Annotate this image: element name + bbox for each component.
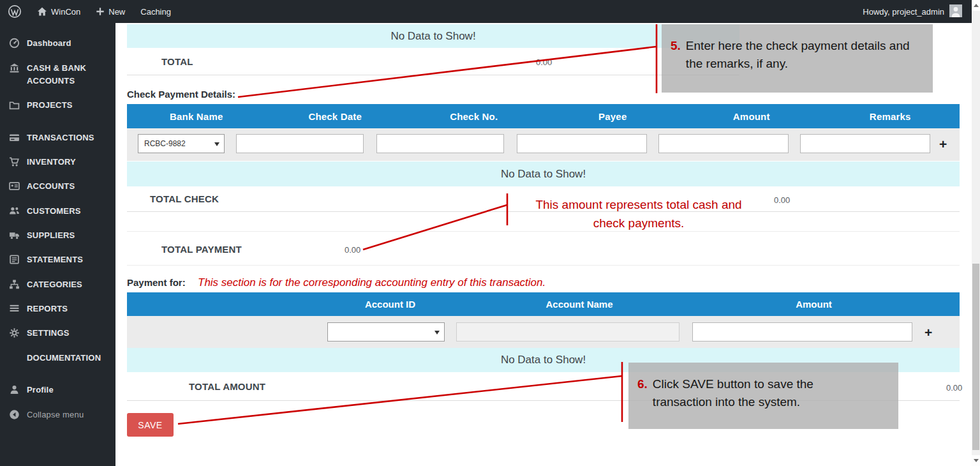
sidebar-item-accounts[interactable]: ACCOUNTS: [0, 180, 115, 194]
payee-input[interactable]: [517, 134, 647, 153]
home-icon: [37, 6, 47, 17]
check-no-input[interactable]: [376, 134, 504, 153]
step-5-number: 5.: [671, 37, 681, 93]
annotation-step-5: 5. Enter here the check payment details …: [662, 24, 933, 93]
col-check-date: Check Date: [266, 111, 405, 122]
avatar[interactable]: [949, 4, 962, 19]
admin-bar: WinCon New Caching Howdy, project_admin: [0, 0, 980, 23]
total-amount-label: TOTAL AMOUNT: [189, 381, 265, 392]
col-account-amount: Amount: [704, 299, 924, 310]
plus-icon: [96, 7, 105, 16]
caching-menu[interactable]: Caching: [133, 0, 179, 23]
sitemap-icon: [9, 278, 20, 292]
scroll-down-button[interactable]: [972, 455, 980, 466]
scroll-up-button[interactable]: [972, 0, 980, 11]
wordpress-menu[interactable]: [0, 0, 29, 23]
sidebar-item-customers[interactable]: CUSTOMERS: [0, 205, 115, 219]
total-check-value: 0.00: [774, 195, 790, 205]
check-table-header: Bank Name Check Date Check No. Payee Amo…: [127, 104, 960, 128]
sidebar-item-cash-bank-accounts[interactable]: CASH & BANK ACCOUNTS: [0, 62, 115, 87]
step-5-text: Enter here the check payment details and…: [686, 37, 921, 93]
sidebar-item-statements[interactable]: STATEMENTS: [0, 253, 115, 267]
payment-for-note: This section is for the corresponding ac…: [198, 276, 546, 289]
cash-total-label: TOTAL: [161, 56, 193, 67]
users-icon: [9, 205, 20, 219]
cart-icon: [9, 156, 20, 170]
new-menu[interactable]: New: [88, 0, 133, 23]
col-check-no: Check No.: [405, 111, 544, 122]
select-arrow-icon: [214, 142, 219, 146]
user-icon: [9, 384, 20, 398]
total-check-label: TOTAL CHECK: [150, 193, 219, 204]
collapse-icon: [9, 409, 20, 423]
sidebar-item-categories[interactable]: CATEGORIES: [0, 278, 115, 292]
step-6-number: 6.: [637, 375, 648, 429]
howdy-text[interactable]: Howdy, project_admin: [863, 7, 944, 17]
sidebar-item-profile[interactable]: Profile: [0, 384, 115, 398]
caching-label: Caching: [140, 7, 171, 17]
sidebar-item-transactions[interactable]: TRANSACTIONS: [0, 132, 115, 146]
sidebar: Dashboard CASH & BANK ACCOUNTS PROJECTS …: [0, 23, 115, 466]
folder-icon: [9, 99, 20, 113]
sidebar-item-inventory[interactable]: INVENTORY: [0, 156, 115, 170]
cash-total-value: 0.00: [536, 57, 552, 67]
total-payment-note: This amount represents total cash and ch…: [517, 195, 761, 232]
save-button[interactable]: SAVE: [127, 413, 174, 437]
col-remarks: Remarks: [821, 111, 960, 122]
total-payment-value: 0.00: [345, 245, 360, 255]
col-amount: Amount: [682, 111, 821, 122]
check-amount-input[interactable]: [658, 134, 789, 153]
annotation-step-6: 6. Click SAVE button to save the transac…: [628, 363, 898, 429]
wordpress-logo-icon: [8, 4, 22, 19]
sidebar-item-projects[interactable]: PROJECTS: [0, 99, 115, 113]
add-check-row-button[interactable]: +: [939, 138, 947, 151]
vertical-scrollbar: [972, 0, 980, 466]
step-6-text: Click SAVE button to save the transactio…: [653, 375, 844, 429]
credit-card-icon: [9, 132, 20, 146]
account-id-select[interactable]: [327, 322, 445, 342]
cash-no-data-banner: No Data to Show!: [127, 24, 739, 48]
sidebar-item-settings[interactable]: SETTINGS: [0, 327, 115, 341]
sidebar-item-documentation[interactable]: DOCUMENTATION: [0, 352, 115, 365]
site-link[interactable]: WinCon: [29, 0, 88, 23]
new-label: New: [108, 7, 125, 17]
account-name-input[interactable]: [456, 322, 679, 342]
check-section-title: Check Payment Details:: [127, 89, 235, 100]
dashboard-icon: [9, 37, 20, 51]
sidebar-item-reports[interactable]: REPORTS: [0, 303, 115, 317]
page: WinCon New Caching Howdy, project_admin …: [0, 0, 980, 466]
col-bank-name: Bank Name: [127, 111, 266, 122]
sidebar-item-suppliers[interactable]: SUPPLIERS: [0, 229, 115, 243]
sidebar-item-collapse-menu[interactable]: Collapse menu: [0, 409, 115, 423]
col-payee: Payee: [544, 111, 683, 122]
id-card-icon: [9, 180, 20, 194]
remarks-input[interactable]: [800, 134, 930, 153]
check-date-input[interactable]: [236, 134, 364, 153]
scrollbar-thumb[interactable]: [972, 264, 979, 450]
arrow-down-icon: [974, 459, 979, 462]
total-payment-label: TOTAL PAYMENT: [161, 244, 242, 255]
list-icon: [9, 303, 20, 317]
sidebar-item-dashboard[interactable]: Dashboard: [0, 37, 115, 51]
truck-icon: [9, 229, 20, 243]
add-account-row-button[interactable]: +: [924, 326, 932, 339]
document-icon: [9, 253, 20, 267]
bank-name-select[interactable]: RCBC-9882: [138, 134, 225, 153]
bank-icon: [9, 62, 20, 87]
account-table-header: Account ID Account Name Amount: [127, 292, 960, 316]
col-account-id: Account ID: [338, 299, 443, 310]
account-amount-input[interactable]: [692, 322, 912, 342]
check-no-data-banner: No Data to Show!: [127, 162, 960, 186]
site-name: WinCon: [51, 7, 80, 17]
total-amount-value: 0.00: [946, 383, 962, 393]
col-account-name: Account Name: [468, 299, 691, 310]
arrow-up-icon: [974, 4, 979, 7]
payment-for-label: Payment for:: [127, 277, 186, 288]
select-arrow-icon: [434, 331, 440, 334]
gear-icon: [9, 327, 20, 341]
